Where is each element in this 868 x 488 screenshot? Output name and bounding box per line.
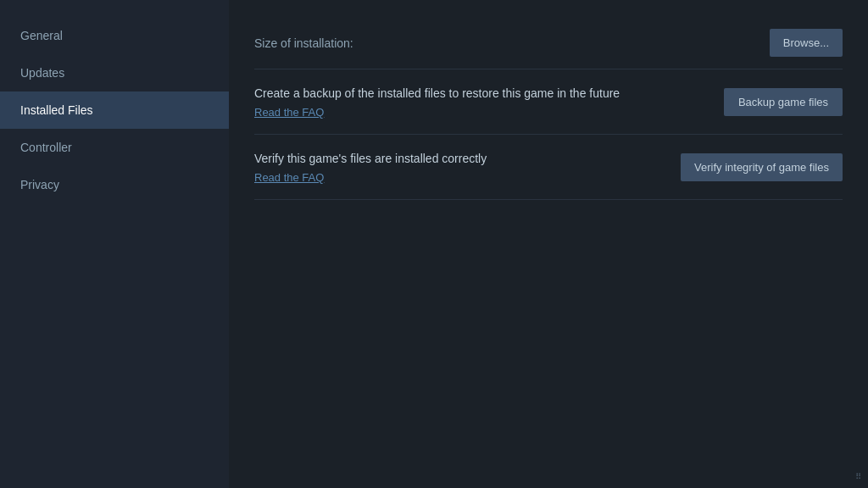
backup-section-row: Create a backup of the installed files t… (254, 69, 843, 135)
browse-button[interactable]: Browse... (770, 29, 843, 57)
verify-integrity-button[interactable]: Verify integrity of game files (681, 153, 843, 181)
sidebar-item-updates[interactable]: Updates (0, 54, 229, 92)
backup-game-files-button[interactable]: Backup game files (724, 88, 843, 116)
verify-faq-link[interactable]: Read the FAQ (254, 171, 664, 184)
verify-text-container: Verify this game's files are installed c… (254, 150, 681, 184)
size-of-installation-row: Size of installation: Browse... (254, 17, 843, 69)
size-label: Size of installation: (254, 36, 353, 50)
resize-handle[interactable]: ⠿ (851, 471, 861, 481)
resize-dots-icon: ⠿ (855, 473, 861, 481)
backup-faq-link[interactable]: Read the FAQ (254, 106, 707, 119)
verify-description: Verify this game's files are installed c… (254, 152, 487, 165)
backup-text-container: Create a backup of the installed files t… (254, 85, 724, 119)
backup-description: Create a backup of the installed files t… (254, 86, 620, 100)
sidebar: General Updates Installed Files Controll… (0, 0, 229, 488)
sidebar-item-installed-files[interactable]: Installed Files (0, 92, 229, 129)
sidebar-item-privacy[interactable]: Privacy (0, 166, 229, 203)
verify-section-row: Verify this game's files are installed c… (254, 135, 843, 200)
main-content: Size of installation: Browse... Create a… (229, 0, 868, 488)
sidebar-item-controller[interactable]: Controller (0, 129, 229, 166)
sidebar-item-general[interactable]: General (0, 17, 229, 54)
